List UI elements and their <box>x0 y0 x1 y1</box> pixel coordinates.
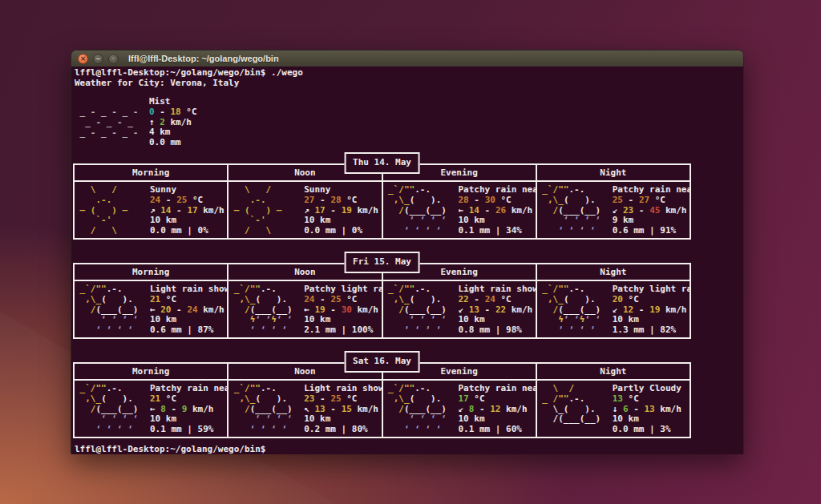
date-label: Sat 16. May <box>353 357 411 367</box>
forecast-cell: _`/"".-. ,\_( ). /(___(__) ϟ‘ ‘ϟ‘ ‘ ‘ ‘ … <box>227 281 381 337</box>
precipitation-text: 0.6 mm | 87% <box>150 325 227 336</box>
forecast-cell: _`/"".-. ,\_( ). /(___(__) ϟ‘ ‘ϟ‘ ‘ ‘ ‘ … <box>536 281 690 337</box>
shell-prompt: lffl@lffl-Desktop:~/golang/wego/bin$ <box>75 67 265 78</box>
terminal-screen[interactable]: lffl@lffl-Desktop:~/golang/wego/bin$ ./w… <box>71 67 743 454</box>
partly-cloudy-icon: \ / _ /"".-. \_( ). /(___(__) <box>537 384 613 437</box>
precipitation-text: 0.0 mm | 3% <box>613 425 690 435</box>
sunny-icon: \ / .-. – ( ) – `-' / \ <box>229 185 304 238</box>
thunder-icon: _`/"".-. ,\_( ). /(___(__) ϟ‘ ‘ϟ‘ ‘ ‘ ‘ … <box>537 284 613 337</box>
column-header-night: Night <box>536 364 690 379</box>
precipitation-text: 0.0 mm | 0% <box>150 226 227 236</box>
date-box: Fri 15. May <box>344 252 420 273</box>
desktop-wallpaper: × − ◦ lffl@lffl-Desktop: ~/golang/wego/b… <box>0 0 821 504</box>
column-header-morning: Morning <box>75 364 227 379</box>
forecast-cell: _`/"".-. ,\_( ). /(___(__) ‘ ‘ ‘ ‘ ‘ ‘ ‘… <box>536 182 690 238</box>
precipitation-text: 2.1 mm | 100% <box>304 325 381 336</box>
forecast-body-row: _`/"".-. ,\_( ). /(___(__) ‘ ‘ ‘ ‘ ‘ ‘ ‘… <box>75 381 690 437</box>
forecast-cell: _`/"".-. ,\_( ). /(___(__) ‘ ‘ ‘ ‘ ‘ ‘ ‘… <box>382 281 536 337</box>
date-box: Sat 16. May <box>344 351 420 373</box>
column-header-morning: Morning <box>75 264 227 280</box>
prompt-line: lffl@lffl-Desktop:~/golang/wego/bin$ ./w… <box>75 68 303 79</box>
rain-icon: _`/"".-. ,\_( ). /(___(__) ‘ ‘ ‘ ‘ ‘ ‘ ‘… <box>383 185 459 238</box>
forecast-table: MorningNoonEveningNight _`/"".-. ,\_( ).… <box>73 263 691 339</box>
window-titlebar[interactable]: × − ◦ lffl@lffl-Desktop: ~/golang/wego/b… <box>71 50 743 67</box>
forecast-table: MorningNoonEveningNight _`/"".-. ,\_( ).… <box>73 362 691 438</box>
minimize-button[interactable]: − <box>93 54 103 64</box>
column-header-night: Night <box>536 165 690 180</box>
precipitation-text: 0.8 mm | 98% <box>459 325 536 336</box>
column-header-morning: Morning <box>75 165 227 180</box>
terminal-window: × − ◦ lffl@lffl-Desktop: ~/golang/wego/b… <box>71 50 744 454</box>
window-title: lffl@lffl-Desktop: ~/golang/wego/bin <box>128 54 279 63</box>
current-conditions: _ - _ - _ - _ - _ - _ _ - _ - _ - Mist 0… <box>75 97 197 148</box>
precipitation-text: 0.2 mm | 80% <box>304 425 381 435</box>
forecast-table: MorningNoonEveningNight \ / .-. – ( ) – … <box>73 163 691 240</box>
precipitation-text: 0.1 mm | 34% <box>459 226 536 236</box>
sunny-icon: \ / .-. – ( ) – `-' / \ <box>75 185 150 238</box>
forecast-cell: _`/"".-. ,\_( ). /(___(__) ‘ ‘ ‘ ‘ ‘ ‘ ‘… <box>75 281 227 337</box>
precipitation-text: 1.3 mm | 82% <box>613 325 690 336</box>
precipitation-text: 0.1 mm | 60% <box>459 425 536 435</box>
precipitation-text: 0.6 mm | 91% <box>613 226 690 236</box>
forecast-cell: _`/"".-. ,\_( ). /(___(__) ‘ ‘ ‘ ‘ ‘ ‘ ‘… <box>227 381 381 437</box>
date-label: Thu 14. May <box>353 158 411 168</box>
date-box: Thu 14. May <box>344 152 420 174</box>
forecast-cell: \ / .-. – ( ) – `-' / \ Sunny 27 - 28 °C… <box>227 182 381 238</box>
rain-icon: _`/"".-. ,\_( ). /(___(__) ‘ ‘ ‘ ‘ ‘ ‘ ‘… <box>383 384 459 437</box>
close-button[interactable]: × <box>78 54 88 64</box>
current-precipitation: 0.0 mm <box>149 138 197 148</box>
rain-icon: _`/"".-. ,\_( ). /(___(__) ‘ ‘ ‘ ‘ ‘ ‘ ‘… <box>383 284 459 337</box>
command-text: ./wego <box>271 67 303 78</box>
city-line: Weather for City: Verona, Italy <box>75 79 239 89</box>
rain-icon: _`/"".-. ,\_( ). /(___(__) ‘ ‘ ‘ ‘ ‘ ‘ ‘… <box>75 284 150 337</box>
precipitation-text: 0.1 mm | 59% <box>150 425 227 435</box>
forecast-body-row: _`/"".-. ,\_( ). /(___(__) ‘ ‘ ‘ ‘ ‘ ‘ ‘… <box>75 281 690 337</box>
maximize-button[interactable]: ◦ <box>108 54 119 64</box>
forecast-cell: _`/"".-. ,\_( ). /(___(__) ‘ ‘ ‘ ‘ ‘ ‘ ‘… <box>75 381 227 437</box>
rain-icon: _`/"".-. ,\_( ). /(___(__) ‘ ‘ ‘ ‘ ‘ ‘ ‘… <box>75 384 150 437</box>
thunder-icon: _`/"".-. ,\_( ). /(___(__) ϟ‘ ‘ϟ‘ ‘ ‘ ‘ … <box>229 284 304 337</box>
rain-icon: _`/"".-. ,\_( ). /(___(__) ‘ ‘ ‘ ‘ ‘ ‘ ‘… <box>537 185 613 238</box>
rain-icon: _`/"".-. ,\_( ). /(___(__) ‘ ‘ ‘ ‘ ‘ ‘ ‘… <box>229 384 304 437</box>
date-label: Fri 15. May <box>353 257 411 268</box>
forecast-cell: _`/"".-. ,\_( ). /(___(__) ‘ ‘ ‘ ‘ ‘ ‘ ‘… <box>382 381 536 437</box>
forecast-cell: \ / _ /"".-. \_( ). /(___(__) Partly Clo… <box>536 381 690 437</box>
forecast-body-row: \ / .-. – ( ) – `-' / \ Sunny 24 - 25 °C… <box>75 182 690 238</box>
forecast-cell: _`/"".-. ,\_( ). /(___(__) ‘ ‘ ‘ ‘ ‘ ‘ ‘… <box>382 182 536 238</box>
precipitation-text: 0.0 mm | 0% <box>304 226 381 236</box>
forecast-cell: \ / .-. – ( ) – `-' / \ Sunny 24 - 25 °C… <box>75 182 227 238</box>
column-header-night: Night <box>536 264 690 280</box>
mist-icon: _ - _ - _ - _ - _ - _ _ - _ - _ - <box>75 97 149 148</box>
final-prompt-line: lffl@lffl-Desktop:~/golang/wego/bin$ <box>75 445 265 454</box>
